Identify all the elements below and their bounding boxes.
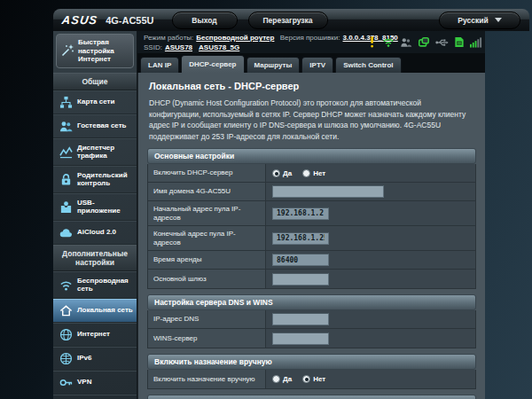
form-row-default-gateway: Основной шлюз	[148, 270, 475, 288]
tab-lan-ip[interactable]: LAN IP	[140, 57, 179, 73]
sidebar-item-label: USB-приложение	[77, 199, 135, 215]
usb-app-icon	[59, 200, 73, 214]
page-description: DHCP (Dynamic Host Configuration Protoco…	[149, 98, 474, 142]
form-row-enable-dhcp: Включить DHCP-сервер Да Нет	[148, 164, 475, 183]
domain-name-input[interactable]	[272, 185, 384, 198]
sidebar-item-label: VPN	[77, 378, 91, 387]
quick-setup-label: Быстрая настройка Интернет	[78, 38, 131, 64]
parental-control-icon	[59, 173, 73, 186]
radio-yes-label: Да	[283, 375, 292, 383]
ssid-label: SSID:	[144, 43, 162, 51]
usb-icon[interactable]	[435, 37, 449, 48]
reboot-button[interactable]: Перезагрузка	[248, 12, 328, 29]
sidebar-item-wan[interactable]: Интернет	[53, 323, 137, 347]
field-label: Основной шлюз	[148, 270, 266, 288]
pool-end-input[interactable]	[272, 232, 329, 245]
clients-icon[interactable]	[400, 36, 412, 48]
sidebar-item-guest-network[interactable]: Гостевая сеть	[53, 114, 137, 138]
router-model: 4G-AC55U	[106, 15, 153, 26]
manual-enable-no-radio[interactable]	[302, 375, 310, 383]
language-label: Русский	[458, 16, 488, 25]
lease-time-input[interactable]	[272, 254, 329, 266]
field-label: WINS-сервер	[148, 329, 266, 348]
aicloud-icon	[59, 226, 73, 239]
ssid-24-link[interactable]: ASUS78	[165, 43, 192, 51]
operation-mode-link[interactable]: Беспроводной роутер	[196, 34, 274, 42]
globe-icon	[59, 328, 73, 341]
pool-start-input[interactable]	[272, 207, 329, 220]
section-manual-assignment: Включить назначение вручную	[147, 354, 476, 370]
form-row-pool-start: Начальный адрес пула IP-адресов	[148, 201, 475, 226]
traffic-manager-icon	[59, 145, 73, 159]
sidebar: Быстрая настройка Интернет Общие Карта с…	[53, 31, 137, 399]
sidebar-item-vpn[interactable]: VPN	[53, 371, 137, 395]
form-row-dns-ip: IP-адрес DNS	[148, 310, 475, 329]
logout-button[interactable]: Выход	[172, 12, 238, 29]
ipv6-globe-icon	[59, 352, 73, 365]
tab-iptv[interactable]: IPTV	[301, 57, 333, 73]
home-icon	[59, 304, 73, 317]
sidebar-item-traffic-manager[interactable]: Диспетчер трафика	[53, 138, 137, 166]
sidebar-item-label: Интернет	[77, 330, 110, 339]
manual-enable-yes-radio[interactable]	[272, 375, 280, 383]
sidebar-item-ipv6[interactable]: IPv6	[53, 347, 137, 371]
sim-icon[interactable]	[454, 36, 465, 48]
sidebar-item-usb-application[interactable]: USB-приложение	[53, 193, 137, 221]
vpn-key-icon	[59, 376, 73, 389]
dhcp-enable-no-radio[interactable]	[302, 169, 310, 177]
ssid-5-link[interactable]: ASUS78_5G	[199, 43, 239, 51]
sidebar-item-quick-setup[interactable]: Быстрая настройка Интернет	[56, 34, 134, 68]
field-label: IP-адрес DNS	[148, 310, 266, 328]
field-label: Конечный адрес пула IP-адресов	[148, 226, 266, 250]
dhcp-enable-yes-radio[interactable]	[272, 169, 280, 177]
wireless-icon	[59, 278, 73, 292]
field-label: Включить DHCP-сервер	[148, 164, 266, 182]
wan-status-icon[interactable]	[418, 36, 430, 48]
chevron-down-icon	[495, 18, 502, 22]
sidebar-item-network-map[interactable]: Карта сети	[53, 90, 137, 114]
sidebar-item-aicloud[interactable]: AiCloud 2.0	[53, 221, 137, 245]
field-label: Включить назначение вручную	[148, 370, 266, 388]
language-select[interactable]: Русский	[439, 12, 520, 29]
firmware-label: Версия прошивки:	[280, 34, 340, 42]
page-title: Локальная сеть - DHCP-сервер	[147, 77, 476, 96]
form-row-domain-name: Имя домена 4G-AC55U	[148, 183, 475, 201]
tab-switch-control[interactable]: Switch Control	[335, 57, 401, 73]
tab-dhcp-server[interactable]: DHCP-сервер	[181, 55, 244, 73]
manual-assignment-form: Включить назначение вручную Да Нет	[147, 370, 476, 389]
form-row-pool-end: Конечный адрес пула IP-адресов	[148, 226, 475, 251]
guest-network-icon	[59, 120, 73, 133]
sidebar-item-wireless[interactable]: Беспроводная сеть	[53, 271, 137, 299]
network-map-icon	[59, 96, 73, 109]
sidebar-item-label: Карта сети	[77, 98, 114, 106]
signal-strength-icon[interactable]	[470, 36, 482, 48]
top-banner: ASUS 4G-AC55U Выход Перезагрузка Русский	[53, 9, 529, 31]
sidebar-item-lan[interactable]: Локальная сеть	[53, 299, 137, 323]
radio-no-label: Нет	[313, 169, 325, 177]
warning-icon[interactable]	[367, 35, 377, 48]
sidebar-item-label: Диспетчер трафика	[77, 144, 135, 160]
asus-logo: ASUS	[61, 13, 98, 27]
wifi-icon[interactable]	[382, 36, 395, 48]
basic-settings-form: Включить DHCP-сервер Да Нет Имя домена 4…	[147, 164, 476, 289]
sidebar-item-label: Локальная сеть	[77, 306, 133, 315]
wins-server-input[interactable]	[272, 332, 329, 345]
sidebar-section-advanced: Дополнительные настройки	[53, 245, 137, 271]
main-panel: Локальная сеть - DHCP-сервер DHCP (Dynam…	[137, 73, 485, 399]
sidebar-item-label: AiCloud 2.0	[77, 228, 116, 237]
sidebar-item-label: IPv6	[77, 354, 91, 363]
sidebar-item-label: Беспроводная сеть	[77, 277, 135, 293]
sidebar-item-firewall[interactable]: Брандмауэр	[53, 395, 137, 399]
field-label: Начальный адрес пула IP-адресов	[148, 201, 266, 225]
tab-routes[interactable]: Маршруты	[246, 57, 301, 73]
sidebar-section-general: Общие	[53, 73, 137, 90]
dns-wins-form: IP-адрес DNS WINS-сервер	[147, 310, 476, 348]
status-icons	[367, 35, 482, 48]
default-gateway-input[interactable]	[272, 273, 329, 286]
sidebar-item-parental-control[interactable]: Родительский контроль	[53, 166, 137, 193]
dns-ip-input[interactable]	[272, 313, 329, 325]
section-manual-ip-list: Список присвоенных вручную IP-адресов в …	[147, 395, 476, 399]
section-basic-settings: Основные настройки	[147, 148, 476, 164]
sidebar-item-label: Родительский контроль	[77, 171, 135, 188]
sidebar-item-label: Гостевая сеть	[77, 121, 127, 130]
